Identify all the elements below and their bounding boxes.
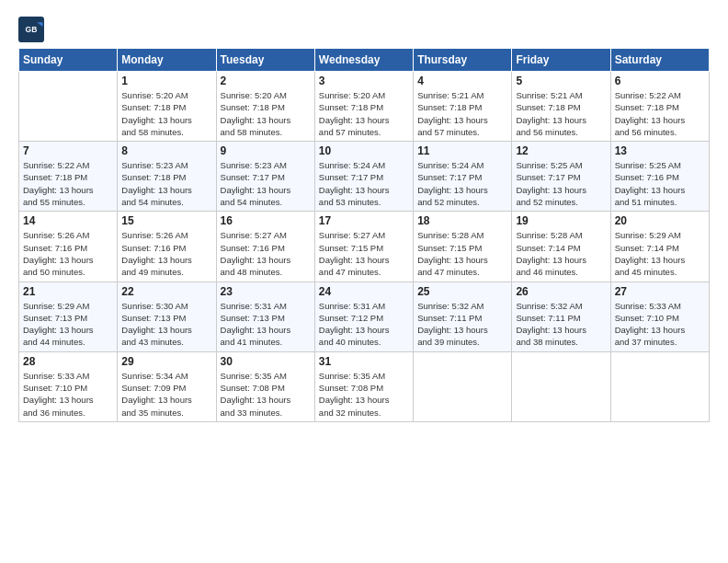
calendar-week-2: 7Sunrise: 5:22 AMSunset: 7:18 PMDaylight…: [19, 142, 710, 212]
day-number: 16: [221, 214, 311, 227]
day-number: 31: [319, 355, 409, 368]
day-number: 20: [615, 214, 705, 227]
calendar-cell: 2Sunrise: 5:20 AMSunset: 7:18 PMDaylight…: [216, 72, 314, 142]
day-number: 15: [121, 214, 211, 227]
day-info: Sunrise: 5:31 AMSunset: 7:12 PMDaylight:…: [319, 300, 409, 349]
day-info: Sunrise: 5:22 AMSunset: 7:18 PMDaylight:…: [615, 89, 705, 138]
svg-text:GB: GB: [26, 25, 38, 34]
calendar-cell: 10Sunrise: 5:24 AMSunset: 7:17 PMDayligh…: [314, 142, 413, 212]
calendar-cell: 24Sunrise: 5:31 AMSunset: 7:12 PMDayligh…: [314, 282, 413, 351]
day-number: 19: [516, 214, 606, 227]
calendar-cell: 14Sunrise: 5:26 AMSunset: 7:16 PMDayligh…: [19, 212, 118, 282]
calendar-cell: 20Sunrise: 5:29 AMSunset: 7:14 PMDayligh…: [610, 212, 709, 282]
day-info: Sunrise: 5:26 AMSunset: 7:16 PMDaylight:…: [23, 229, 113, 278]
calendar-cell: [512, 351, 610, 421]
day-info: Sunrise: 5:26 AMSunset: 7:16 PMDaylight:…: [121, 229, 211, 278]
calendar-cell: 9Sunrise: 5:23 AMSunset: 7:17 PMDaylight…: [216, 142, 314, 212]
calendar-cell: [19, 72, 118, 142]
calendar-week-3: 14Sunrise: 5:26 AMSunset: 7:16 PMDayligh…: [19, 212, 710, 282]
day-info: Sunrise: 5:30 AMSunset: 7:13 PMDaylight:…: [121, 300, 211, 349]
calendar-cell: 18Sunrise: 5:28 AMSunset: 7:15 PMDayligh…: [414, 212, 512, 282]
weekday-header-saturday: Saturday: [610, 49, 709, 72]
day-info: Sunrise: 5:22 AMSunset: 7:18 PMDaylight:…: [23, 159, 113, 208]
day-number: 23: [221, 285, 311, 298]
day-info: Sunrise: 5:27 AMSunset: 7:15 PMDaylight:…: [319, 229, 409, 278]
calendar-cell: 5Sunrise: 5:21 AMSunset: 7:18 PMDaylight…: [512, 72, 610, 142]
calendar-cell: 25Sunrise: 5:32 AMSunset: 7:11 PMDayligh…: [414, 282, 512, 351]
calendar-cell: 23Sunrise: 5:31 AMSunset: 7:13 PMDayligh…: [216, 282, 314, 351]
day-number: 17: [319, 214, 409, 227]
calendar-cell: 22Sunrise: 5:30 AMSunset: 7:13 PMDayligh…: [118, 282, 216, 351]
day-info: Sunrise: 5:31 AMSunset: 7:13 PMDaylight:…: [221, 300, 311, 349]
day-info: Sunrise: 5:24 AMSunset: 7:17 PMDaylight:…: [417, 159, 507, 208]
calendar-cell: 27Sunrise: 5:33 AMSunset: 7:10 PMDayligh…: [610, 282, 709, 351]
calendar-cell: 30Sunrise: 5:35 AMSunset: 7:08 PMDayligh…: [216, 351, 314, 421]
weekday-header-friday: Friday: [512, 49, 610, 72]
day-info: Sunrise: 5:33 AMSunset: 7:10 PMDaylight:…: [23, 370, 113, 419]
calendar-week-1: 1Sunrise: 5:20 AMSunset: 7:18 PMDaylight…: [19, 72, 710, 142]
calendar-cell: 19Sunrise: 5:28 AMSunset: 7:14 PMDayligh…: [512, 212, 610, 282]
day-number: 22: [121, 285, 211, 298]
day-info: Sunrise: 5:25 AMSunset: 7:16 PMDaylight:…: [615, 159, 705, 208]
day-number: 7: [23, 144, 113, 157]
day-info: Sunrise: 5:23 AMSunset: 7:18 PMDaylight:…: [121, 159, 211, 208]
day-info: Sunrise: 5:33 AMSunset: 7:10 PMDaylight:…: [615, 300, 705, 349]
weekday-header-sunday: Sunday: [19, 49, 118, 72]
day-number: 6: [615, 75, 705, 87]
calendar-cell: 16Sunrise: 5:27 AMSunset: 7:16 PMDayligh…: [216, 212, 314, 282]
day-number: 1: [121, 75, 211, 87]
day-info: Sunrise: 5:35 AMSunset: 7:08 PMDaylight:…: [319, 370, 409, 419]
day-number: 30: [221, 355, 311, 368]
day-info: Sunrise: 5:35 AMSunset: 7:08 PMDaylight:…: [221, 370, 311, 419]
day-number: 2: [221, 75, 311, 87]
day-info: Sunrise: 5:20 AMSunset: 7:18 PMDaylight:…: [121, 89, 211, 138]
calendar-cell: 1Sunrise: 5:20 AMSunset: 7:18 PMDaylight…: [118, 72, 216, 142]
day-number: 9: [221, 144, 311, 157]
day-info: Sunrise: 5:32 AMSunset: 7:11 PMDaylight:…: [516, 300, 606, 349]
day-number: 21: [23, 285, 113, 298]
calendar-cell: 28Sunrise: 5:33 AMSunset: 7:10 PMDayligh…: [19, 351, 118, 421]
calendar-week-4: 21Sunrise: 5:29 AMSunset: 7:13 PMDayligh…: [19, 282, 710, 351]
calendar-cell: 15Sunrise: 5:26 AMSunset: 7:16 PMDayligh…: [118, 212, 216, 282]
day-number: 25: [417, 285, 507, 298]
day-info: Sunrise: 5:34 AMSunset: 7:09 PMDaylight:…: [121, 370, 211, 419]
day-number: 14: [23, 214, 113, 227]
logo: GB: [18, 17, 48, 42]
calendar-cell: 26Sunrise: 5:32 AMSunset: 7:11 PMDayligh…: [512, 282, 610, 351]
calendar-week-5: 28Sunrise: 5:33 AMSunset: 7:10 PMDayligh…: [19, 351, 710, 421]
day-number: 12: [516, 144, 606, 157]
calendar-cell: 21Sunrise: 5:29 AMSunset: 7:13 PMDayligh…: [19, 282, 118, 351]
day-info: Sunrise: 5:21 AMSunset: 7:18 PMDaylight:…: [516, 89, 606, 138]
weekday-header-monday: Monday: [118, 49, 216, 72]
day-number: 26: [516, 285, 606, 298]
day-info: Sunrise: 5:32 AMSunset: 7:11 PMDaylight:…: [417, 300, 507, 349]
weekday-header-thursday: Thursday: [414, 49, 512, 72]
day-info: Sunrise: 5:20 AMSunset: 7:18 PMDaylight:…: [221, 89, 311, 138]
calendar-cell: 4Sunrise: 5:21 AMSunset: 7:18 PMDaylight…: [414, 72, 512, 142]
calendar-cell: 8Sunrise: 5:23 AMSunset: 7:18 PMDaylight…: [118, 142, 216, 212]
day-number: 11: [417, 144, 507, 157]
day-number: 24: [319, 285, 409, 298]
calendar-table: SundayMondayTuesdayWednesdayThursdayFrid…: [18, 48, 710, 422]
day-info: Sunrise: 5:29 AMSunset: 7:13 PMDaylight:…: [23, 300, 113, 349]
day-info: Sunrise: 5:23 AMSunset: 7:17 PMDaylight:…: [221, 159, 311, 208]
calendar-cell: 31Sunrise: 5:35 AMSunset: 7:08 PMDayligh…: [314, 351, 413, 421]
calendar-cell: 17Sunrise: 5:27 AMSunset: 7:15 PMDayligh…: [314, 212, 413, 282]
day-info: Sunrise: 5:25 AMSunset: 7:17 PMDaylight:…: [516, 159, 606, 208]
day-info: Sunrise: 5:21 AMSunset: 7:18 PMDaylight:…: [417, 89, 507, 138]
calendar-cell: 6Sunrise: 5:22 AMSunset: 7:18 PMDaylight…: [610, 72, 709, 142]
day-number: 3: [319, 75, 409, 87]
day-info: Sunrise: 5:20 AMSunset: 7:18 PMDaylight:…: [319, 89, 409, 138]
day-number: 27: [615, 285, 705, 298]
day-number: 10: [319, 144, 409, 157]
day-number: 4: [417, 75, 507, 87]
calendar-cell: 12Sunrise: 5:25 AMSunset: 7:17 PMDayligh…: [512, 142, 610, 212]
day-number: 28: [23, 355, 113, 368]
weekday-header-tuesday: Tuesday: [216, 49, 314, 72]
day-number: 5: [516, 75, 606, 87]
calendar-cell: 13Sunrise: 5:25 AMSunset: 7:16 PMDayligh…: [610, 142, 709, 212]
calendar-cell: 7Sunrise: 5:22 AMSunset: 7:18 PMDaylight…: [19, 142, 118, 212]
day-number: 8: [121, 144, 211, 157]
calendar-cell: 3Sunrise: 5:20 AMSunset: 7:18 PMDaylight…: [314, 72, 413, 142]
day-number: 29: [121, 355, 211, 368]
